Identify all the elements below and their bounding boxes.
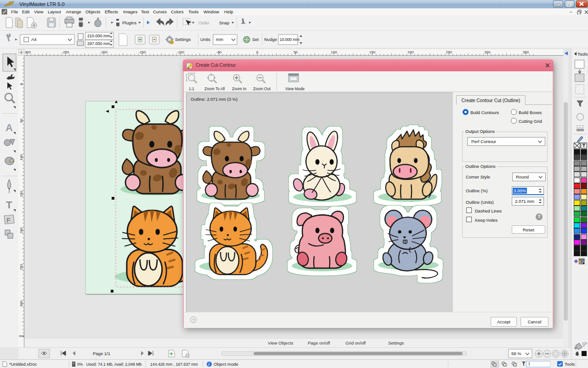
svg-text:10.000 mm: 10.000 mm	[280, 37, 300, 42]
svg-text:-150: -150	[138, 50, 146, 54]
svg-text:50: 50	[19, 119, 23, 123]
svg-text:300: 300	[484, 50, 491, 54]
svg-text:297.000 mm: 297.000 mm	[87, 41, 110, 46]
svg-text:350: 350	[523, 50, 529, 54]
svg-text:150: 150	[19, 190, 23, 197]
svg-text:A: A	[6, 122, 13, 133]
svg-text:A4: A4	[31, 37, 37, 42]
svg-text:mm: mm	[216, 37, 223, 42]
svg-text:200: 200	[19, 227, 23, 234]
svg-text:100: 100	[19, 154, 23, 161]
svg-text:250: 250	[446, 50, 452, 54]
svg-text:Plugins: Plugins	[122, 20, 136, 25]
svg-text:Order: Order	[198, 20, 209, 25]
svg-text:250: 250	[19, 264, 23, 270]
svg-text:150: 150	[369, 50, 376, 54]
svg-text:Settings: Settings	[175, 37, 191, 42]
svg-text:mm: mm	[19, 334, 25, 338]
svg-text:200: 200	[407, 50, 414, 54]
svg-text:Page 1/1: Page 1/1	[93, 351, 110, 356]
svg-text:Snap: Snap	[219, 20, 229, 25]
svg-text:F: F	[6, 217, 11, 224]
svg-text:-300: -300	[24, 50, 31, 54]
svg-text:0: 0	[256, 50, 259, 54]
svg-text:-250: -250	[62, 50, 69, 54]
svg-text:Nudge: Nudge	[264, 37, 277, 42]
svg-text:T: T	[6, 199, 12, 211]
svg-text:300: 300	[19, 300, 23, 307]
svg-text:50: 50	[294, 50, 298, 54]
svg-text:Set: Set	[252, 37, 259, 42]
svg-text:100: 100	[331, 50, 337, 54]
svg-text:210.000 mm: 210.000 mm	[87, 34, 110, 38]
svg-text:Units: Units	[200, 37, 210, 42]
svg-text:0: 0	[19, 83, 23, 85]
svg-text:-50: -50	[216, 50, 222, 54]
svg-text:Tools: Tools	[577, 52, 588, 57]
svg-text:-200: -200	[100, 50, 108, 54]
svg-text:-100: -100	[177, 50, 185, 54]
svg-text:59 %: 59 %	[511, 351, 521, 356]
